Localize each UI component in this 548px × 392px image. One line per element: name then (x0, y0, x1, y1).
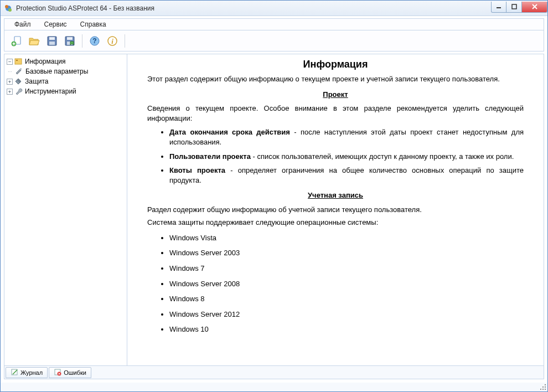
list-item: Windows Server 2008 (169, 279, 524, 289)
list-item: Windows Server 2003 (169, 248, 524, 258)
tree-item-tools[interactable]: + Инструментарий (6, 86, 126, 96)
shield-icon (14, 77, 23, 86)
section-account: Учетная запись (147, 190, 524, 200)
toolbar-separator (125, 34, 125, 48)
tree-item-protection[interactable]: + Защита (6, 76, 126, 86)
project-bullet-list: Дата окончания срока действия - после на… (147, 127, 524, 185)
tree-item-basic[interactable]: ⋯ Базовые параметры (6, 66, 126, 76)
page-title: Информация (147, 58, 524, 71)
menu-service[interactable]: Сервис (39, 19, 73, 29)
intro-text: Этот раздел содержит общую информацию о … (147, 74, 524, 84)
term-desc: - список пользователей, имеющих доступ к… (251, 152, 514, 161)
menu-bar: Файл Сервис Справка (4, 18, 544, 30)
save-button[interactable] (44, 33, 60, 49)
tree-label: Защита (24, 78, 49, 85)
term: Дата окончания срока действия (169, 128, 290, 136)
tree-item-info[interactable]: − Информация (6, 56, 126, 66)
term: Пользователи проекта (169, 152, 251, 161)
list-item: Windows 10 (169, 324, 524, 334)
window-title: Protection Studio ASProtect 64 - Без наз… (16, 4, 491, 12)
maximize-button[interactable] (506, 2, 522, 13)
app-icon (4, 4, 13, 13)
svg-rect-21 (20, 68, 22, 70)
open-button[interactable] (27, 33, 42, 49)
svg-rect-20 (16, 60, 18, 61)
status-bar (1, 383, 547, 391)
svg-text:i: i (111, 37, 113, 45)
svg-rect-11 (49, 42, 55, 45)
list-item: Дата окончания срока действия - после на… (169, 127, 524, 147)
info-icon (14, 57, 23, 66)
svg-text:?: ? (92, 37, 96, 45)
svg-rect-13 (67, 37, 73, 40)
toolbar: ? i (4, 30, 544, 51)
project-intro: Сведения о текущем проекте. Особое внима… (147, 104, 524, 123)
tree-collapse-icon[interactable]: − (7, 59, 13, 65)
close-button[interactable] (522, 2, 547, 13)
svg-rect-19 (15, 59, 22, 64)
resize-grip[interactable] (540, 384, 546, 390)
window-controls (491, 2, 547, 13)
svg-point-2 (8, 8, 12, 12)
tab-journal[interactable]: Журнал (6, 367, 48, 378)
tab-errors[interactable]: Ошибки (49, 367, 91, 378)
list-item: Windows 7 (169, 264, 524, 274)
errors-icon (54, 368, 61, 377)
about-button[interactable]: i (105, 33, 120, 49)
help-button[interactable]: ? (87, 33, 102, 49)
tree-expand-icon[interactable]: + (7, 79, 13, 85)
list-item: Windows Vista (169, 233, 524, 243)
os-intro: Система защиты поддерживает следующие оп… (147, 218, 524, 228)
client-area: − Информация ⋯ Базовые параметры + Защит… (4, 54, 544, 379)
minimize-button[interactable] (491, 2, 506, 13)
list-item: Квоты проекта - определяет ограничения н… (169, 166, 524, 185)
tree-label: Информация (24, 58, 65, 65)
title-bar: Protection Studio ASProtect 64 - Без наз… (1, 1, 547, 16)
split-container: − Информация ⋯ Базовые параметры + Защит… (4, 54, 544, 365)
account-intro: Раздел содержит общую информацию об учет… (147, 205, 524, 215)
bottom-tab-bar: Журнал Ошибки (4, 365, 544, 379)
os-list: Windows Vista Windows Server 2003 Window… (147, 233, 524, 334)
tab-label: Журнал (20, 369, 43, 376)
menu-help[interactable]: Справка (75, 19, 112, 29)
svg-point-1 (5, 5, 8, 8)
toolbar-separator (82, 34, 82, 48)
tab-label: Ошибки (64, 369, 86, 376)
save-as-button[interactable] (62, 33, 77, 49)
list-item: Windows Server 2012 (169, 310, 524, 319)
list-item: Windows 8 (169, 294, 524, 304)
content-pane[interactable]: Информация Этот раздел содержит общую ин… (127, 54, 544, 365)
tree-label: Инструментарий (24, 87, 76, 95)
tree-expand-icon[interactable]: + (7, 89, 13, 95)
wrench-icon (14, 87, 23, 96)
list-item: Пользователи проекта - список пользовате… (169, 152, 524, 162)
navigation-tree[interactable]: − Информация ⋯ Базовые параметры + Защит… (4, 54, 127, 365)
tree-label: Базовые параметры (24, 68, 88, 75)
svg-rect-4 (512, 4, 516, 9)
settings-icon (14, 67, 23, 76)
term: Квоты проекта (169, 166, 225, 174)
section-project: Проект (147, 90, 524, 100)
tree-leaf-connector: ⋯ (7, 69, 13, 74)
menu-file[interactable]: Файл (9, 19, 37, 29)
new-project-button[interactable] (9, 33, 24, 49)
svg-rect-10 (49, 37, 55, 40)
journal-icon (11, 368, 18, 377)
